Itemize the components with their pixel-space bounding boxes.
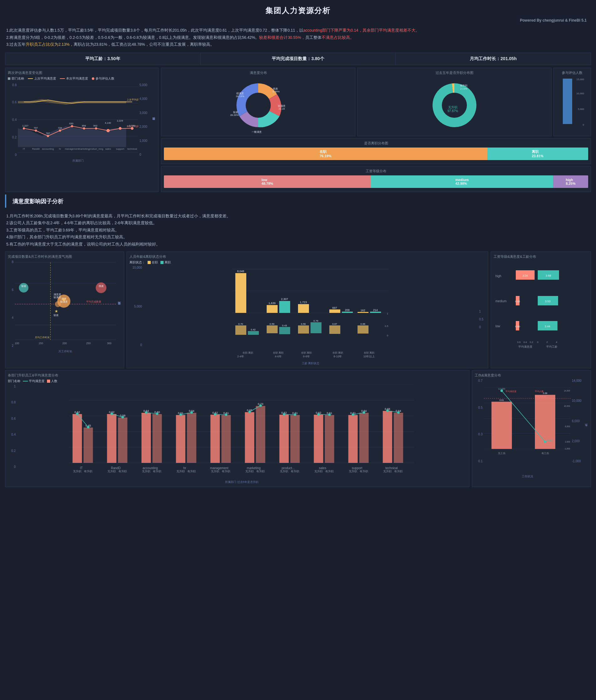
svg-rect-59 (563, 79, 572, 124)
svg-text:一般满意: 一般满意 (252, 131, 262, 133)
svg-text:1,227: 1,227 (22, 124, 28, 127)
svg-rect-104 (298, 304, 309, 313)
svg-text:hr: hr (59, 148, 61, 150)
svg-text:1: 1 (387, 312, 389, 315)
summary-line-3: 3.过去五年升职员工占比仅为2.13%，离职占比为23.81%，低工资占比48.… (6, 41, 590, 48)
salary-low-label: low48.78% (262, 178, 273, 185)
injury-svg-wrapper: 平均满意度 0.61 无工伤 0.68 有工伤 12,830 (484, 379, 571, 478)
svg-text:162: 162 (361, 309, 365, 312)
tenure-svg: 8,048 0.70 0.42 1,639 2,307 0.59 (143, 266, 478, 360)
svg-rect-167 (84, 427, 93, 463)
salary-sat-svg: high medium low 3.04 3.68 0.62 (494, 261, 588, 349)
main-grid: 两次评估满意度变化图 部门名称 上次平均满意度 本次平均满意度 参与评估人数 (5, 68, 591, 192)
svg-point-9 (23, 127, 25, 129)
svg-line-212 (215, 414, 226, 415)
svg-text:在职  离职: 在职 离职 (273, 352, 283, 354)
svg-rect-237 (325, 415, 334, 463)
svg-rect-112 (342, 312, 353, 313)
svg-text:4,140: 4,140 (105, 122, 111, 124)
svg-rect-92 (235, 326, 246, 335)
svg-text:在职  离职: 在职 离职 (332, 352, 343, 354)
sat-donut-title: 满意度分布 (164, 71, 352, 75)
svg-text:2,169: 2,169 (547, 439, 553, 442)
s2-line3: 3.工资等级高的员工，平均工龄3.69年，平均满意度相对较高。 (6, 227, 590, 234)
svg-text:0.5: 0.5 (385, 325, 389, 328)
svg-text:-1,000: -1,000 (564, 447, 570, 450)
s2-line5: 5.有工伤的平均满意度大于无工伤的满意度，说明公司的对工伤人员的福利相对较好。 (6, 241, 590, 248)
svg-text:较满意: 较满意 (54, 296, 61, 299)
svg-point-17 (71, 125, 73, 127)
svg-text:在职  离职: 在职 离职 (243, 352, 253, 354)
svg-rect-102 (279, 327, 290, 334)
legend-active: 在职 (148, 260, 158, 265)
svg-text:0.42: 0.42 (251, 328, 256, 331)
svg-rect-120 (357, 326, 369, 334)
attrition-title: 是否离职分布图 (164, 141, 588, 146)
svg-text:2,000: 2,000 (565, 441, 570, 443)
svg-rect-94 (248, 331, 259, 335)
legend-curr-label: 本次平均满意度 (66, 76, 88, 81)
svg-text:在职  离职: 在职 离职 (301, 352, 312, 354)
svg-point-21 (95, 127, 97, 129)
attrition-active: 在职76.19% (164, 148, 487, 160)
svg-text:有升职: 有升职 (84, 470, 93, 473)
salary-medium: medium42.98% (371, 175, 553, 188)
svg-text:8-10年: 8-10年 (333, 355, 342, 358)
svg-rect-227 (291, 415, 300, 463)
svg-text:630: 630 (69, 122, 74, 125)
svg-text:management: management (210, 466, 228, 470)
svg-text:250: 250 (86, 342, 91, 345)
svg-text:平均工龄: 平均工龄 (546, 345, 557, 348)
legend-curr-icon (60, 78, 65, 79)
svg-text:marketing: marketing (247, 466, 261, 470)
svg-rect-174 (107, 414, 117, 463)
stats-row: 平均工龄：3.50年 平均完成项目数量：3.80个 月均工作时长：201.05h (5, 53, 591, 65)
svg-point-69 (96, 283, 106, 293)
svg-rect-234 (314, 415, 323, 463)
linechart-legend: 部门名称 上次平均满意度 本次平均满意度 参与评估人数 (8, 76, 156, 81)
salary-high-label: high8.25% (566, 178, 576, 185)
stat-projects: 平均完成项目数量：3.80个 (201, 53, 396, 65)
linechart-y2-axis: 5,000 4,000 3,000 2,000 1,000 0 (140, 82, 150, 163)
svg-rect-164 (73, 414, 82, 463)
participants-bar-container: 15,000 10,000 5,000 0 (556, 77, 588, 127)
dept-promo-title: 各部门升职员工&平均满意度分布 (8, 373, 467, 378)
legend-avg-sat: 平均满意度 (23, 379, 45, 383)
svg-text:8,048: 8,048 (237, 270, 244, 273)
svg-line-242 (319, 414, 330, 415)
s2-line2: 2.该公司人员工龄集中在2-4年，4-6年工龄的离职占比较高，2-6年离职满意度… (6, 219, 590, 227)
svg-text:较满意: 较满意 (60, 300, 68, 303)
svg-text:有升职: 有升职 (460, 84, 468, 87)
svg-text:有升职: 有升职 (119, 470, 127, 473)
svg-text:2,720: 2,720 (129, 124, 135, 127)
svg-text:无升职: 无升职 (142, 470, 150, 473)
svg-text:10,000: 10,000 (564, 405, 570, 407)
svg-rect-118 (370, 312, 381, 313)
svg-text:0.6: 0.6 (517, 341, 521, 343)
participants-title: 参与评估人数 (556, 71, 588, 75)
legend-prev-icon (28, 78, 33, 79)
svg-rect-271 (491, 402, 512, 449)
svg-line-232 (284, 414, 295, 415)
legend-avg-sat-icon (23, 381, 28, 382)
legend-avg-sat-label: 平均满意度 (29, 379, 45, 383)
svg-rect-204 (210, 415, 220, 463)
svg-marker-7 (18, 126, 126, 147)
svg-rect-100 (267, 326, 278, 333)
svg-text:697: 697 (332, 306, 337, 309)
right-panel: 满意度分布 (161, 68, 591, 192)
svg-text:0.2: 0.2 (529, 341, 533, 343)
svg-text:有升职: 有升职 (394, 470, 403, 473)
injury-container: 0.7 0.5 0.3 0.1 平均满意度 (475, 379, 588, 478)
attrition-active-label: 在职76.19% (320, 149, 331, 158)
svg-text:较满意: 较满意 (278, 105, 285, 107)
linechart-svg: 上次平均满意度 本次平均满意度 1,227 787 (18, 82, 138, 157)
tenure-panel: 人员年龄&离职状态分布 离职状态： 在职 离职 10,000 5,000 0 (127, 252, 488, 368)
svg-text:无升职: 无升职 (383, 470, 392, 473)
svg-text:technical: technical (386, 466, 398, 470)
linechart-body: 上次平均满意度 本次平均满意度 1,227 787 (18, 82, 138, 163)
svg-text:平均满意度: 平均满意度 (505, 390, 516, 392)
svg-point-25 (119, 127, 122, 130)
attrition-left-label: 离职23.81% (532, 149, 543, 158)
highlight-promotion: 升职员工占比仅为2.13%， (26, 42, 73, 47)
